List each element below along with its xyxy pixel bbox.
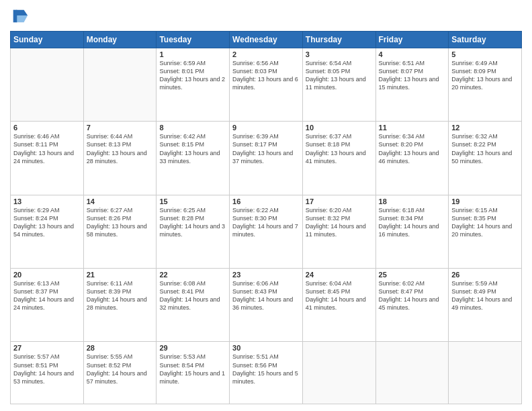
day-number: 18: [379, 197, 446, 205]
day-number: 29: [159, 344, 226, 352]
day-header-thursday: Thursday: [302, 32, 375, 48]
calendar-cell: 28Sunrise: 5:55 AM Sunset: 8:52 PM Dayli…: [83, 342, 157, 404]
calendar-cell: 30Sunrise: 5:51 AM Sunset: 8:56 PM Dayli…: [230, 342, 303, 404]
day-number: 14: [87, 197, 154, 205]
calendar-cell: 15Sunrise: 6:25 AM Sunset: 8:28 PM Dayli…: [157, 195, 230, 268]
calendar-cell: 24Sunrise: 6:04 AM Sunset: 8:45 PM Dayli…: [302, 269, 375, 342]
day-header-tuesday: Tuesday: [157, 32, 230, 48]
calendar-cell: 16Sunrise: 6:22 AM Sunset: 8:30 PM Dayli…: [230, 195, 303, 268]
day-info: Sunrise: 6:06 AM Sunset: 8:43 PM Dayligh…: [232, 279, 300, 312]
calendar-cell: 8Sunrise: 6:42 AM Sunset: 8:15 PM Daylig…: [157, 122, 230, 195]
day-info: Sunrise: 6:27 AM Sunset: 8:26 PM Dayligh…: [87, 206, 154, 239]
week-row-1: 1Sunrise: 6:59 AM Sunset: 8:01 PM Daylig…: [11, 48, 522, 122]
day-number: 5: [451, 50, 519, 58]
day-info: Sunrise: 6:32 AM Sunset: 8:22 PM Dayligh…: [451, 132, 519, 165]
day-number: 1: [159, 50, 226, 58]
day-number: 17: [306, 197, 373, 205]
calendar-cell: 21Sunrise: 6:11 AM Sunset: 8:39 PM Dayli…: [83, 269, 157, 342]
calendar-cell: [449, 342, 522, 404]
day-info: Sunrise: 6:37 AM Sunset: 8:18 PM Dayligh…: [306, 132, 373, 165]
day-info: Sunrise: 6:11 AM Sunset: 8:39 PM Dayligh…: [87, 279, 154, 312]
week-row-3: 13Sunrise: 6:29 AM Sunset: 8:24 PM Dayli…: [11, 195, 522, 268]
day-info: Sunrise: 6:29 AM Sunset: 8:24 PM Dayligh…: [13, 206, 81, 239]
calendar-cell: [375, 342, 449, 404]
day-number: 30: [232, 344, 300, 352]
day-info: Sunrise: 6:46 AM Sunset: 8:11 PM Dayligh…: [13, 132, 81, 165]
calendar-cell: 12Sunrise: 6:32 AM Sunset: 8:22 PM Dayli…: [449, 122, 522, 195]
day-number: 16: [232, 197, 300, 205]
day-number: 21: [87, 271, 154, 279]
calendar-cell: 9Sunrise: 6:39 AM Sunset: 8:17 PM Daylig…: [230, 122, 303, 195]
day-header-saturday: Saturday: [449, 32, 522, 48]
day-header-monday: Monday: [83, 32, 157, 48]
day-info: Sunrise: 6:22 AM Sunset: 8:30 PM Dayligh…: [232, 206, 300, 239]
week-row-5: 27Sunrise: 5:57 AM Sunset: 8:51 PM Dayli…: [11, 342, 522, 404]
calendar-cell: 23Sunrise: 6:06 AM Sunset: 8:43 PM Dayli…: [230, 269, 303, 342]
day-number: 8: [159, 124, 226, 132]
day-number: 9: [232, 124, 300, 132]
calendar-cell: 13Sunrise: 6:29 AM Sunset: 8:24 PM Dayli…: [11, 195, 84, 268]
day-number: 19: [451, 197, 519, 205]
day-header-friday: Friday: [375, 32, 449, 48]
day-info: Sunrise: 5:53 AM Sunset: 8:54 PM Dayligh…: [159, 353, 226, 385]
calendar-cell: [302, 342, 375, 404]
calendar-cell: 19Sunrise: 6:15 AM Sunset: 8:35 PM Dayli…: [449, 195, 522, 268]
calendar-cell: 22Sunrise: 6:08 AM Sunset: 8:41 PM Dayli…: [157, 269, 230, 342]
day-number: 15: [159, 197, 226, 205]
day-info: Sunrise: 6:20 AM Sunset: 8:32 PM Dayligh…: [306, 206, 373, 239]
week-row-2: 6Sunrise: 6:46 AM Sunset: 8:11 PM Daylig…: [11, 122, 522, 195]
day-info: Sunrise: 6:15 AM Sunset: 8:35 PM Dayligh…: [451, 206, 519, 239]
calendar-cell: 3Sunrise: 6:54 AM Sunset: 8:05 PM Daylig…: [302, 48, 375, 122]
day-number: 12: [451, 124, 519, 132]
week-row-4: 20Sunrise: 6:13 AM Sunset: 8:37 PM Dayli…: [11, 269, 522, 342]
day-info: Sunrise: 6:02 AM Sunset: 8:47 PM Dayligh…: [379, 279, 446, 312]
calendar-cell: 25Sunrise: 6:02 AM Sunset: 8:47 PM Dayli…: [375, 269, 449, 342]
day-number: 11: [379, 124, 446, 132]
calendar-cell: 27Sunrise: 5:57 AM Sunset: 8:51 PM Dayli…: [11, 342, 84, 404]
day-info: Sunrise: 6:13 AM Sunset: 8:37 PM Dayligh…: [13, 279, 81, 312]
day-info: Sunrise: 5:55 AM Sunset: 8:52 PM Dayligh…: [87, 353, 154, 385]
day-info: Sunrise: 6:49 AM Sunset: 8:09 PM Dayligh…: [451, 59, 519, 92]
calendar-cell: 10Sunrise: 6:37 AM Sunset: 8:18 PM Dayli…: [302, 122, 375, 195]
calendar-cell: 4Sunrise: 6:51 AM Sunset: 8:07 PM Daylig…: [375, 48, 449, 122]
svg-rect-2: [13, 10, 17, 23]
calendar-cell: 18Sunrise: 6:18 AM Sunset: 8:34 PM Dayli…: [375, 195, 449, 268]
page: SundayMondayTuesdayWednesdayThursdayFrid…: [0, 0, 532, 411]
day-number: 4: [379, 50, 446, 58]
calendar-cell: 17Sunrise: 6:20 AM Sunset: 8:32 PM Dayli…: [302, 195, 375, 268]
calendar-cell: 14Sunrise: 6:27 AM Sunset: 8:26 PM Dayli…: [83, 195, 157, 268]
svg-marker-1: [16, 15, 28, 22]
day-info: Sunrise: 6:04 AM Sunset: 8:45 PM Dayligh…: [306, 279, 373, 312]
day-info: Sunrise: 6:51 AM Sunset: 8:07 PM Dayligh…: [379, 59, 446, 92]
day-info: Sunrise: 6:08 AM Sunset: 8:41 PM Dayligh…: [159, 279, 226, 312]
calendar-cell: 7Sunrise: 6:44 AM Sunset: 8:13 PM Daylig…: [83, 122, 157, 195]
calendar-cell: 5Sunrise: 6:49 AM Sunset: 8:09 PM Daylig…: [449, 48, 522, 122]
day-info: Sunrise: 6:56 AM Sunset: 8:03 PM Dayligh…: [232, 59, 300, 92]
day-number: 26: [451, 271, 519, 279]
day-info: Sunrise: 6:18 AM Sunset: 8:34 PM Dayligh…: [379, 206, 446, 239]
day-number: 20: [13, 271, 81, 279]
day-header-wednesday: Wednesday: [230, 32, 303, 48]
day-number: 23: [232, 271, 300, 279]
day-number: 6: [13, 124, 81, 132]
day-number: 28: [87, 344, 154, 352]
calendar-cell: 29Sunrise: 5:53 AM Sunset: 8:54 PM Dayli…: [157, 342, 230, 404]
day-info: Sunrise: 5:59 AM Sunset: 8:49 PM Dayligh…: [451, 279, 519, 312]
day-number: 10: [306, 124, 373, 132]
calendar-cell: 20Sunrise: 6:13 AM Sunset: 8:37 PM Dayli…: [11, 269, 84, 342]
day-number: 3: [306, 50, 373, 58]
day-number: 22: [159, 271, 226, 279]
day-info: Sunrise: 6:42 AM Sunset: 8:15 PM Dayligh…: [159, 132, 226, 165]
calendar-header-row: SundayMondayTuesdayWednesdayThursdayFrid…: [11, 32, 522, 48]
day-number: 7: [87, 124, 154, 132]
day-info: Sunrise: 5:57 AM Sunset: 8:51 PM Dayligh…: [13, 353, 81, 385]
day-number: 24: [306, 271, 373, 279]
day-info: Sunrise: 6:54 AM Sunset: 8:05 PM Dayligh…: [306, 59, 373, 92]
day-header-sunday: Sunday: [11, 32, 84, 48]
calendar-table: SundayMondayTuesdayWednesdayThursdayFrid…: [10, 31, 522, 404]
day-info: Sunrise: 5:51 AM Sunset: 8:56 PM Dayligh…: [232, 353, 300, 385]
day-number: 2: [232, 50, 300, 58]
day-info: Sunrise: 6:25 AM Sunset: 8:28 PM Dayligh…: [159, 206, 226, 239]
day-number: 27: [13, 344, 81, 352]
calendar-cell: [83, 48, 157, 122]
